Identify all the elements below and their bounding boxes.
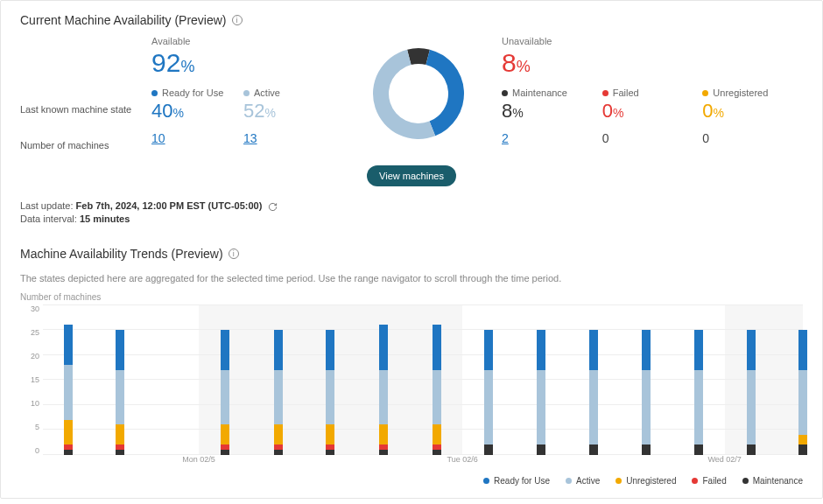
- bar-segment: [642, 370, 651, 445]
- top-area: Last known machine state Number of machi…: [20, 36, 803, 158]
- stacked-bar: [694, 330, 703, 454]
- bar-segment: [274, 330, 283, 370]
- info-icon[interactable]: i: [229, 248, 239, 259]
- bar-segment: [116, 424, 124, 444]
- legend-item[interactable]: Ready for Use: [483, 476, 550, 486]
- stacked-bar: [274, 330, 283, 454]
- stacked-bar: [116, 330, 124, 454]
- bar-segment: [326, 370, 334, 425]
- stacked-bar: [537, 330, 545, 454]
- gridline: [43, 379, 803, 380]
- bar-segment: [798, 370, 807, 435]
- available-sub-row: Ready for Use 40%Active 52%: [151, 88, 335, 122]
- stacked-bar: [379, 325, 388, 454]
- bar-segment: [484, 444, 493, 454]
- legend-item[interactable]: Unregistered: [615, 476, 676, 486]
- y-tick: 0: [20, 447, 39, 455]
- page-container: Current Machine Availability (Preview) i…: [0, 0, 823, 499]
- bar-segment: [221, 424, 229, 444]
- bar-segment: [747, 444, 756, 454]
- stacked-bar: [433, 325, 441, 454]
- y-tick: 20: [20, 353, 39, 360]
- left-labels: Last known machine state Number of machi…: [20, 36, 151, 158]
- bar-segment: [116, 330, 124, 370]
- color-dot: [483, 478, 489, 484]
- donut-chart: [366, 41, 471, 146]
- machine-count-link[interactable]: 2: [502, 131, 602, 145]
- stat-label: Maintenance: [502, 88, 602, 98]
- bar-segment: [379, 424, 388, 444]
- bar-segment: [798, 435, 807, 444]
- stat-pct: 0%: [702, 100, 803, 122]
- trends-title-text: Machine Availability Trends (Preview): [20, 247, 223, 261]
- stat-label: Unregistered: [702, 88, 803, 98]
- bar-segment: [116, 370, 124, 425]
- y-axis: 302520151050: [20, 305, 43, 455]
- x-axis: Mon 02/5Tue 02/6Wed 02/7: [43, 455, 803, 467]
- stat-pct: 40%: [151, 100, 243, 122]
- stats-grid: Available 92% Ready for Use 40%Active 52…: [151, 36, 803, 158]
- stacked-bar: [589, 330, 598, 454]
- info-icon[interactable]: i: [232, 15, 243, 25]
- legend-item[interactable]: Failed: [692, 476, 726, 486]
- bar-segment: [274, 370, 283, 425]
- bar-segment: [64, 365, 73, 420]
- color-dot: [742, 478, 749, 484]
- chart-ylabel: Number of machines: [20, 292, 803, 302]
- stacked-bar: [642, 330, 651, 454]
- bar-segment: [798, 330, 807, 370]
- stat-label: Failed: [602, 88, 703, 98]
- color-dot: [151, 90, 158, 96]
- color-dot: [692, 478, 698, 484]
- color-dot: [702, 90, 708, 96]
- unavailable-sub-row: Maintenance 8%Failed 0%Unregistered 0%: [502, 88, 803, 122]
- gridline: [43, 404, 803, 405]
- available-value-num: 92: [151, 48, 180, 77]
- stacked-bar: [747, 330, 756, 454]
- y-tick: 25: [20, 329, 39, 337]
- bar-segment: [694, 370, 703, 445]
- gridline: [43, 329, 803, 330]
- bar-segment: [379, 325, 388, 369]
- bar-segment: [379, 370, 388, 425]
- y-tick: 5: [20, 424, 39, 431]
- machine-count-link[interactable]: 13: [243, 131, 335, 145]
- last-update-row: Last update: Feb 7th, 2024, 12:00 PM EST…: [20, 200, 803, 212]
- y-tick: 15: [20, 376, 39, 384]
- donut-block: [335, 36, 502, 158]
- gridline: [43, 429, 803, 430]
- available-value: 92%: [151, 48, 335, 77]
- unavailable-value: 8%: [502, 48, 803, 77]
- refresh-icon[interactable]: [268, 200, 278, 212]
- bar-segment: [537, 330, 545, 370]
- machine-count-link[interactable]: 10: [151, 131, 243, 145]
- unavailable-value-num: 8: [502, 48, 517, 77]
- donut-wrap: [366, 41, 471, 158]
- chart-legend: Ready for UseActiveUnregisteredFailedMai…: [20, 476, 803, 486]
- unavailable-pct: %: [517, 58, 531, 75]
- trends-section-title: Machine Availability Trends (Preview) i: [20, 247, 239, 261]
- bar-segment: [747, 370, 756, 445]
- chart-area: 302520151050 Mon 02/5Tue 02/6Wed 02/7: [20, 305, 803, 467]
- last-update-label: Last update:: [20, 200, 76, 211]
- data-interval-value: 15 minutes: [80, 214, 130, 224]
- x-tick-label: Wed 02/7: [707, 455, 741, 464]
- stat-pct: 0%: [602, 100, 703, 122]
- color-dot: [602, 90, 608, 96]
- view-machines-button[interactable]: View machines: [367, 165, 456, 186]
- color-dot: [243, 90, 250, 96]
- stat-col: Maintenance 8%: [502, 88, 602, 122]
- bar-segment: [747, 330, 756, 370]
- stat-col: Failed 0%: [602, 88, 703, 122]
- bar-segment: [798, 444, 807, 454]
- last-known-label: Last known machine state: [20, 87, 151, 132]
- stat-label: Ready for Use: [151, 88, 243, 98]
- x-tick-label: Tue 02/6: [447, 455, 478, 464]
- legend-item[interactable]: Maintenance: [742, 476, 803, 486]
- available-label: Available: [151, 36, 335, 46]
- bar-segment: [589, 444, 598, 454]
- stat-label: Active: [243, 88, 335, 98]
- machine-count: 0: [702, 131, 803, 145]
- legend-item[interactable]: Active: [566, 476, 600, 486]
- stat-col: Unregistered 0%: [702, 88, 803, 122]
